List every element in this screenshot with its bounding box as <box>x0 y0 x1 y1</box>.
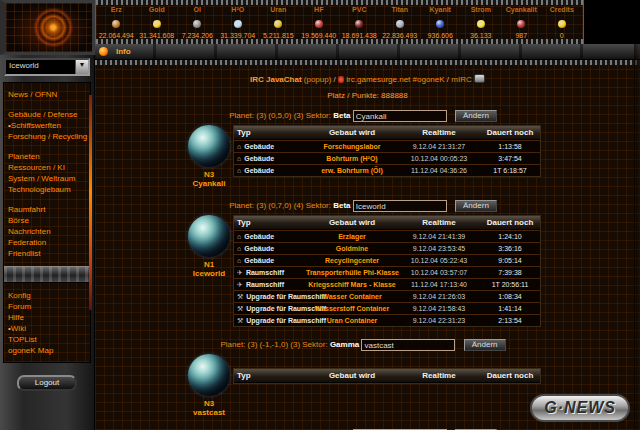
rename-button[interactable]: Ändern <box>455 110 497 122</box>
resource-name: Gold <box>137 6 178 14</box>
row-item-link[interactable]: erw. Bohrturm (Öl) <box>306 165 398 176</box>
info-content: IRC JavaChat (popup) / irc.gamesurge.net… <box>95 65 640 430</box>
planet-select[interactable]: Iceworld ▼ <box>4 58 90 76</box>
row-item-link[interactable]: Recyclingcenter <box>306 255 398 266</box>
col-header-realtime: Realtime <box>398 369 480 382</box>
logout-button[interactable]: Logout <box>17 375 77 391</box>
resource-item: PVC 18.691.438 89% <box>339 6 380 38</box>
tab-info[interactable]: Info <box>116 47 131 56</box>
sidebar-item-geb-ude-defense[interactable]: •Gebäude / Defense <box>8 109 86 120</box>
sidebar-item-system-weltraum[interactable]: •System / Weltraum <box>8 173 86 184</box>
sidebar-item-label: Nachrichten <box>8 227 51 236</box>
mirc-link[interactable]: mIRC <box>451 75 471 84</box>
resource-bar: Erz 22.064.494 93% Gold 31.341.608 89% Ö… <box>95 0 584 44</box>
upgrade-icon: ⚒ <box>237 291 243 302</box>
row-item-link[interactable]: Forschungslabor <box>306 141 398 152</box>
row-remaining: 1T 6:18:57 <box>480 165 540 176</box>
planet-section-body: N3 Cyankali Typ Gebaut wird Realtime Dau… <box>185 125 541 188</box>
irc-javachat-link[interactable]: IRC JavaChat <box>250 75 302 84</box>
planet-name-input[interactable] <box>353 110 447 122</box>
build-queue-table: Typ Gebaut wird Realtime Dauert noch <box>233 368 541 384</box>
row-typ: Raumschiff <box>246 279 284 290</box>
energy-icon <box>477 20 485 28</box>
water-icon <box>234 20 242 28</box>
sidebar-item-konfig[interactable]: •Konfig <box>8 290 86 301</box>
titan-icon <box>396 20 404 28</box>
table-row: ✈Raumschiff Transporterhülle Phi-Klasse … <box>234 266 540 278</box>
chevron-down-icon[interactable]: ▼ <box>75 60 88 74</box>
sidebar-item-label: ogoneK Map <box>8 346 53 355</box>
resource-item: Cyankalit 987 <box>501 6 542 38</box>
resource-name: Titan <box>380 6 421 14</box>
sidebar-item-nachrichten[interactable]: •Nachrichten <box>8 226 86 237</box>
planet-name-input[interactable] <box>361 339 455 351</box>
resource-name: Kyanit <box>420 6 461 14</box>
sidebar-item-b-rse[interactable]: •Börse <box>8 215 86 226</box>
row-item-link[interactable]: Bohrturm (H²O) <box>306 153 398 164</box>
table-row: ⚒Upgrade für Raumschiff Wasserstoff Cont… <box>234 302 540 314</box>
row-realtime: 9.12.04 21:58:43 <box>398 303 480 314</box>
resource-value: 7.234.206 <box>177 32 218 38</box>
row-item-link[interactable]: Goldmine <box>306 243 398 254</box>
sidebar-item-forschung-recycling[interactable]: •Forschung / Recycling <box>8 131 86 142</box>
rename-button[interactable]: Ändern <box>455 200 497 212</box>
planet-name-input[interactable] <box>353 200 447 212</box>
row-item-link[interactable]: Wasser Container <box>306 291 398 302</box>
sidebar-item-label: Federation <box>8 238 46 247</box>
row-item-link[interactable]: Transporterhülle Phi-Klasse <box>306 267 398 278</box>
row-remaining: 1T 20:56:11 <box>480 279 540 290</box>
col-header-gebaut-wird: Gebaut wird <box>306 216 398 229</box>
row-item-link[interactable]: Uran Container <box>306 315 398 326</box>
scrollbar[interactable] <box>634 44 640 430</box>
col-header-typ: Typ <box>234 126 306 139</box>
ore-icon <box>112 20 120 28</box>
sidebar-item-ogonek-map[interactable]: •ogoneK Map <box>8 345 86 356</box>
planet-section-title: Planet: (3) (-1,-1,0) (3) Sektor: Gamma … <box>185 339 541 351</box>
sidebar-item-ressourcen-ki[interactable]: •Ressourcen / KI <box>8 162 86 173</box>
resource-name: HF <box>299 6 340 14</box>
irc-separator-2: / <box>447 75 449 84</box>
row-realtime: 9.12.04 21:26:03 <box>398 291 480 302</box>
mirc-icon <box>474 74 485 83</box>
planet-image <box>188 215 230 257</box>
planet-sector: Beta <box>333 111 350 120</box>
gold-icon <box>153 20 161 28</box>
row-remaining: 1:08:34 <box>480 291 540 302</box>
row-realtime: 10.12.04 00:05:23 <box>398 153 480 164</box>
resource-value: 18.691.438 <box>339 32 380 38</box>
row-typ: Gebäude <box>244 243 274 254</box>
sidebar-item-wiki[interactable]: •Wiki <box>8 323 86 334</box>
table-row: ✈Raumschiff Kriegsschiff Mars - Klasse 1… <box>234 278 540 290</box>
resource-name: PVC <box>339 6 380 14</box>
sidebar-item-friendlist[interactable]: •Friendlist <box>8 248 86 259</box>
sidebar-item-toplist[interactable]: •TOPList <box>8 334 86 345</box>
sidebar-item-label: Schiffswerften <box>11 121 61 130</box>
sidebar-item-label: Ressourcen / KI <box>8 163 65 172</box>
col-header-typ: Typ <box>234 216 306 229</box>
col-header-gebaut-wird: Gebaut wird <box>306 369 398 382</box>
irc-server-icon <box>338 76 344 83</box>
topbar-teeth-top <box>96 0 583 5</box>
sidebar-item-technologiebaum[interactable]: •Technologiebaum <box>8 184 86 195</box>
planet-code: N3 <box>185 170 233 179</box>
planet-section: Planet: (3) (-1,-1,0) (3) Sektor: Gamma … <box>185 339 541 417</box>
planet-section-body: N1 Iceworld Typ Gebaut wird Realtime Dau… <box>185 215 541 327</box>
row-item-link[interactable]: Kriegsschiff Mars - Klasse <box>306 279 398 290</box>
sidebar-item-federation[interactable]: •Federation <box>8 237 86 248</box>
sidebar-item-label: Friendlist <box>8 249 40 258</box>
sidebar-item-schiffswerften[interactable]: •Schiffswerften <box>8 120 86 131</box>
row-item-link[interactable]: Erzlager <box>306 231 398 242</box>
sidebar-item-news-ofnn[interactable]: •News / OFNN <box>8 89 86 100</box>
game-page: Erz 22.064.494 93% Gold 31.341.608 89% Ö… <box>0 0 640 430</box>
sidebar-item-raumfahrt[interactable]: •Raumfahrt <box>8 204 86 215</box>
resource-value: 22.064.494 <box>96 32 137 38</box>
irc-server-link[interactable]: irc.gamesurge.net #ogoneK <box>346 75 444 84</box>
sidebar-item-planeten[interactable]: •Planeten <box>8 151 86 162</box>
sidebar-item-hilfe[interactable]: •Hilfe <box>8 312 86 323</box>
irc-popup-link[interactable]: (popup) <box>304 75 332 84</box>
irc-separator: / <box>334 75 336 84</box>
ship-graphic <box>4 266 90 283</box>
rename-button[interactable]: Ändern <box>464 339 506 351</box>
sidebar-item-forum[interactable]: •Forum <box>8 301 86 312</box>
row-item-link[interactable]: Wasserstoff Container <box>306 303 398 314</box>
